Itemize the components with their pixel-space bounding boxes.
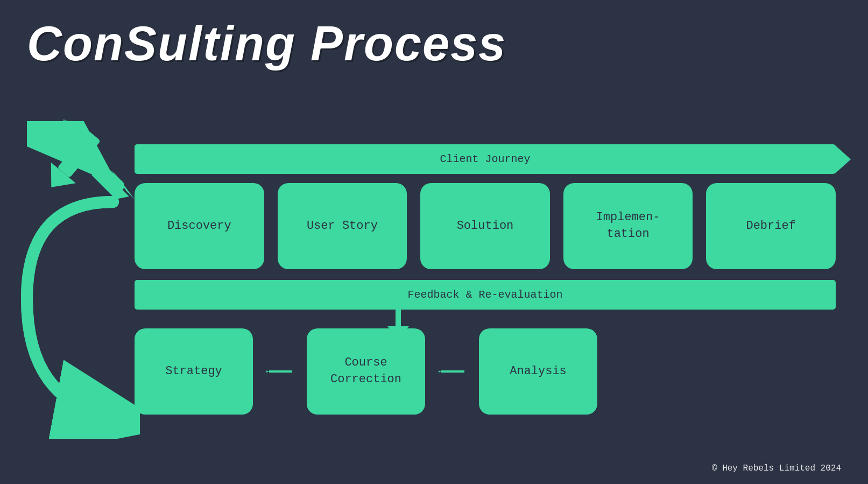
copyright: © Hey Rebels Limited 2024 (712, 464, 841, 473)
client-journey-bar: Client Journey (135, 144, 836, 174)
process-box-implementation: Implemen-tation (563, 183, 693, 269)
process-box-debrief: Debrief (706, 183, 836, 269)
process-row: Discovery User Story Solution Implemen-t… (135, 183, 836, 269)
connector-arrow-1 (266, 363, 293, 380)
process-box-course-correction: CourseCorrection (307, 328, 425, 415)
process-box-strategy: Strategy (135, 328, 253, 415)
svg-rect-8 (396, 309, 401, 328)
curved-loop-arrow (16, 191, 140, 439)
svg-text:Start: Start (33, 118, 70, 137)
client-journey-label: Client Journey (440, 153, 530, 165)
page-title: ConSulting Process (27, 16, 506, 72)
bottom-row: Strategy CourseCorrection (135, 328, 597, 415)
process-box-user-story: User Story (278, 183, 407, 269)
page: ConSulting Process Start Start Client Jo… (0, 0, 868, 484)
feedback-label: Feedback & Re-evaluation (407, 289, 562, 301)
feedback-bar: Feedback & Re-evaluation (135, 280, 836, 310)
process-box-solution: Solution (420, 183, 550, 269)
svg-rect-6 (57, 130, 101, 178)
process-box-analysis: Analysis (479, 328, 597, 415)
process-box-discovery: Discovery (135, 183, 264, 269)
connector-arrow-2 (439, 363, 465, 380)
